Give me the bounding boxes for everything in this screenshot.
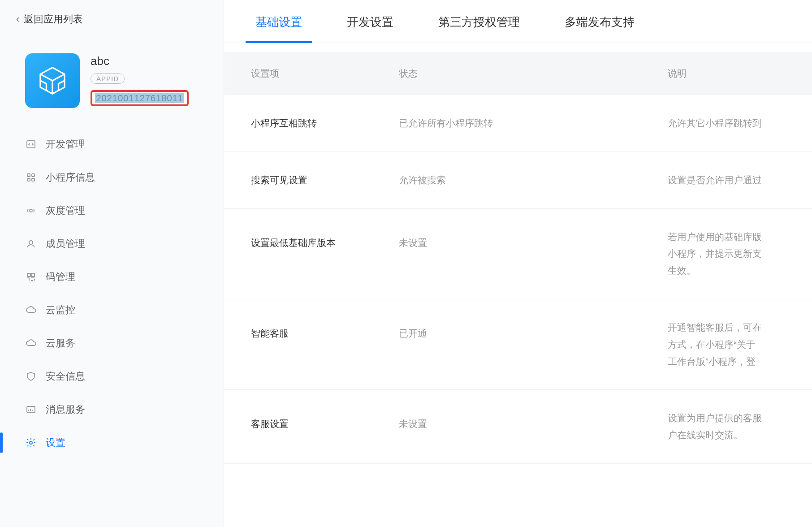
svg-rect-4 — [32, 174, 35, 177]
code-icon — [25, 138, 37, 150]
tab-label: 基础设置 — [255, 15, 302, 29]
tab-label: 第三方授权管理 — [438, 15, 520, 29]
sidebar-item-miniapp-info[interactable]: 小程序信息 — [0, 161, 224, 194]
sidebar-item-label: 安全信息 — [46, 370, 85, 383]
table-header: 设置项 状态 说明 — [224, 52, 812, 95]
sidebar-item-label: 成员管理 — [46, 237, 85, 251]
svg-rect-10 — [31, 273, 35, 276]
chevron-left-icon: ‹ — [16, 13, 19, 25]
sidebar-item-cloud-service[interactable]: 云服务 — [0, 327, 224, 360]
sidebar-item-label: 灰度管理 — [46, 204, 85, 217]
gear-icon — [25, 437, 37, 449]
table-row[interactable]: 智能客服 已开通 开通智能客服后，可在方式，在小程序“关于工作台版”小程序，登 — [224, 299, 812, 390]
svg-rect-11 — [27, 406, 35, 413]
back-label: 返回应用列表 — [24, 13, 83, 26]
shield-icon — [25, 371, 37, 382]
cell-setting: 客服设置 — [224, 410, 399, 430]
svg-rect-5 — [27, 178, 30, 181]
th-setting: 设置项 — [224, 67, 399, 80]
sidebar-item-dev-manage[interactable]: 开发管理 — [0, 128, 224, 161]
sidebar-item-message-service[interactable]: 消息服务 — [0, 393, 224, 426]
app-header: abc APPID 2021001127618011 — [0, 37, 224, 121]
sidebar-item-label: 小程序信息 — [46, 171, 95, 184]
th-desc: 说明 — [668, 67, 812, 80]
tab-label: 多端发布支持 — [565, 15, 635, 29]
cell-setting: 小程序互相跳转 — [224, 117, 399, 130]
sidebar-item-gray-release[interactable]: 灰度管理 — [0, 194, 224, 227]
cell-setting: 搜索可见设置 — [224, 174, 399, 186]
cell-desc: 设置为用户提供的客服户在线实时交流。 — [668, 410, 812, 444]
sidebar-item-member-manage[interactable]: 成员管理 — [0, 227, 224, 260]
back-link[interactable]: ‹ 返回应用列表 — [0, 0, 224, 37]
broadcast-icon — [25, 205, 37, 216]
sidebar-item-label: 设置 — [46, 436, 65, 449]
cell-setting: 智能客服 — [224, 319, 399, 340]
cloud-icon — [25, 304, 37, 316]
sidebar-item-settings[interactable]: 设置 — [0, 426, 224, 459]
sidebar-item-label: 消息服务 — [46, 403, 85, 416]
svg-point-8 — [29, 241, 33, 244]
table-row[interactable]: 客服设置 未设置 设置为用户提供的客服户在线实时交流。 — [224, 390, 812, 464]
cell-desc: 开通智能客服后，可在方式，在小程序“关于工作台版”小程序，登 — [668, 319, 812, 370]
svg-rect-2 — [27, 141, 35, 148]
table-row[interactable]: 小程序互相跳转 已允许所有小程序跳转 允许其它小程序跳转到 — [224, 95, 812, 152]
cell-desc: 允许其它小程序跳转到 — [668, 115, 812, 132]
app-icon — [25, 53, 80, 108]
table-row[interactable]: 搜索可见设置 允许被搜索 设置是否允许用户通过 — [224, 152, 812, 209]
table-row[interactable]: 设置最低基础库版本 未设置 若用户使用的基础库版小程序，并提示更新支生效。 — [224, 209, 812, 299]
user-icon — [25, 238, 37, 250]
sidebar-nav: 开发管理 小程序信息 灰度管理 成员管理 — [0, 128, 224, 459]
cloud-icon — [25, 337, 37, 349]
cell-status: 未设置 — [399, 229, 668, 249]
cell-status: 已开通 — [399, 319, 668, 340]
sidebar-item-label: 开发管理 — [46, 138, 85, 151]
tab-label: 开发设置 — [347, 15, 393, 29]
app-logo-icon — [36, 65, 69, 97]
sidebar-item-code-manage[interactable]: 码管理 — [0, 260, 224, 294]
cell-desc: 设置是否允许用户通过 — [668, 172, 812, 189]
sidebar: ‹ 返回应用列表 abc APPID 202 — [0, 0, 224, 527]
cell-status: 未设置 — [399, 410, 668, 430]
sidebar-item-label: 云监控 — [46, 303, 75, 317]
tabs: 基础设置 开发设置 第三方授权管理 多端发布支持 — [224, 0, 812, 43]
cell-desc: 若用户使用的基础库版小程序，并提示更新支生效。 — [668, 229, 812, 279]
sidebar-item-security[interactable]: 安全信息 — [0, 360, 224, 393]
cell-status: 允许被搜索 — [399, 174, 668, 186]
grid-icon — [25, 172, 37, 183]
tab-dev-settings[interactable]: 开发设置 — [324, 0, 416, 43]
svg-rect-6 — [32, 178, 35, 181]
svg-rect-9 — [27, 273, 30, 276]
qrcode-icon — [25, 271, 37, 283]
appid-highlight: 2021001127618011 — [91, 90, 189, 106]
svg-point-7 — [30, 209, 32, 212]
chart-icon — [25, 404, 37, 415]
main-content: 基础设置 开发设置 第三方授权管理 多端发布支持 设置项 状态 说明 小程序互相… — [224, 0, 812, 527]
cell-setting: 设置最低基础库版本 — [224, 229, 399, 249]
cell-status: 已允许所有小程序跳转 — [399, 117, 668, 130]
tab-basic-settings[interactable]: 基础设置 — [233, 0, 324, 43]
settings-table: 设置项 状态 说明 小程序互相跳转 已允许所有小程序跳转 允许其它小程序跳转到 … — [224, 52, 812, 464]
sidebar-item-label: 云服务 — [46, 337, 75, 350]
svg-point-12 — [30, 441, 32, 444]
th-status: 状态 — [399, 67, 668, 80]
appid-value[interactable]: 2021001127618011 — [95, 93, 184, 103]
svg-rect-3 — [27, 174, 30, 177]
tab-third-party-auth[interactable]: 第三方授权管理 — [416, 0, 542, 43]
sidebar-item-label: 码管理 — [46, 270, 75, 284]
app-name: abc — [91, 54, 189, 68]
tab-multi-publish[interactable]: 多端发布支持 — [542, 0, 657, 43]
appid-badge: APPID — [91, 73, 125, 84]
sidebar-item-cloud-monitor[interactable]: 云监控 — [0, 294, 224, 327]
